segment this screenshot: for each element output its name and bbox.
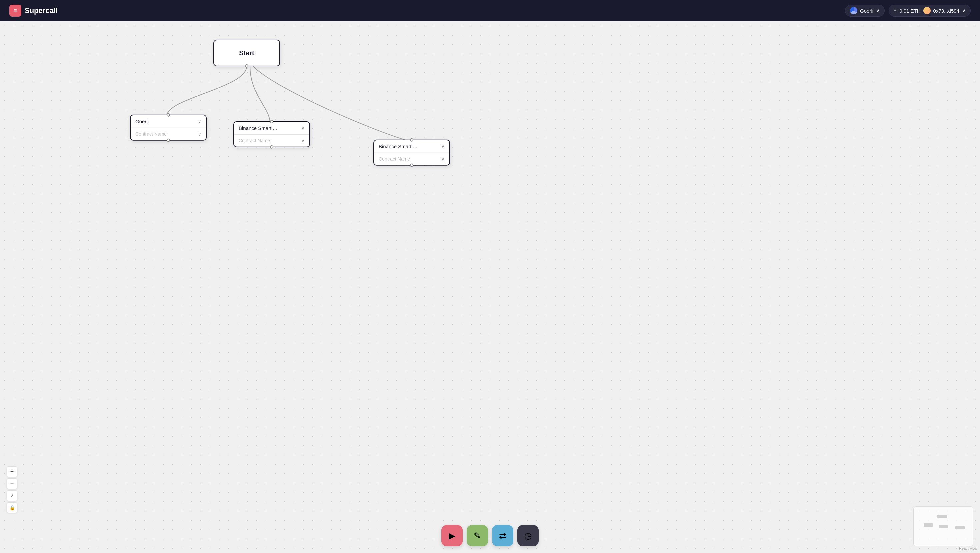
bottom-toolbar: ▶ ✎ ⇄ ◷ bbox=[441, 525, 539, 546]
bsc2-network-label: Binance Smart ... bbox=[379, 144, 417, 149]
mini-map-node2 bbox=[939, 525, 948, 528]
zoom-in-button[interactable]: + bbox=[7, 466, 18, 477]
fit-view-button[interactable]: ⤢ bbox=[7, 490, 18, 501]
header: ≡ Supercall Goerli ∨ Ξ 0.01 ETH 0x73...d… bbox=[0, 0, 980, 21]
play-button[interactable]: ▶ bbox=[441, 525, 463, 546]
zoom-out-button[interactable]: − bbox=[7, 478, 18, 489]
bsc2-contract-placeholder: Contract Name bbox=[379, 156, 410, 162]
react-flow-label: React Flow bbox=[959, 546, 977, 550]
network-label: Goerli bbox=[860, 8, 873, 14]
start-node[interactable]: Start bbox=[213, 40, 280, 66]
logo-icon: ≡ bbox=[10, 5, 21, 17]
bsc1-contract-placeholder: Contract Name bbox=[239, 138, 270, 143]
goerli-contract-chevron: ∨ bbox=[198, 132, 201, 137]
zoom-controls: + − ⤢ 🔒 bbox=[7, 466, 18, 513]
bsc1-bottom-connector bbox=[270, 145, 273, 149]
header-right: Goerli ∨ Ξ 0.01 ETH 0x73...d594 ∨ bbox=[845, 5, 970, 17]
goerli-network-label: Goerli bbox=[135, 119, 149, 124]
bsc2-contract-chevron: ∨ bbox=[441, 157, 445, 162]
start-node-label: Start bbox=[239, 49, 255, 57]
eth-wallet-badge[interactable]: Ξ 0.01 ETH 0x73...d594 ∨ bbox=[889, 5, 970, 17]
wallet-address: 0x73...d594 bbox=[933, 8, 959, 14]
wallet-chevron: ∨ bbox=[962, 8, 966, 14]
share-button[interactable]: ⇄ bbox=[492, 525, 513, 546]
mini-map-node-start bbox=[937, 515, 947, 518]
wallet-avatar-icon bbox=[923, 7, 931, 14]
mini-map-node1 bbox=[924, 523, 933, 527]
bsc2-bottom-connector bbox=[410, 164, 413, 167]
mini-map-node3 bbox=[955, 526, 965, 529]
eth-amount: 0.01 ETH bbox=[899, 8, 920, 14]
goerli-contract-node[interactable]: Goerli ∨ Contract Name ∨ bbox=[130, 114, 207, 141]
bsc2-network-chevron: ∨ bbox=[441, 144, 445, 149]
bsc1-network-select[interactable]: Binance Smart ... ∨ bbox=[234, 122, 309, 135]
goerli-contract-select[interactable]: Contract Name ∨ bbox=[130, 128, 206, 140]
goerli-top-connector bbox=[167, 113, 170, 117]
lock-button[interactable]: 🔒 bbox=[7, 502, 18, 513]
bsc2-contract-node[interactable]: Binance Smart ... ∨ Contract Name ∨ bbox=[373, 140, 450, 165]
mini-map bbox=[913, 506, 973, 546]
network-selector[interactable]: Goerli ∨ bbox=[845, 5, 885, 17]
start-node-bottom-connector bbox=[245, 64, 248, 68]
history-button[interactable]: ◷ bbox=[517, 525, 539, 546]
logo-area: ≡ Supercall bbox=[10, 5, 58, 17]
bsc1-contract-select[interactable]: Contract Name ∨ bbox=[234, 135, 309, 146]
bsc2-network-select[interactable]: Binance Smart ... ∨ bbox=[374, 140, 449, 153]
bsc2-top-connector bbox=[410, 138, 413, 141]
edit-button[interactable]: ✎ bbox=[467, 525, 488, 546]
goerli-contract-placeholder: Contract Name bbox=[135, 131, 167, 137]
network-chevron: ∨ bbox=[876, 8, 880, 14]
goerli-bottom-connector bbox=[167, 138, 170, 142]
goerli-network-chevron: ∨ bbox=[198, 119, 201, 124]
bsc1-top-connector bbox=[270, 120, 273, 123]
bsc1-contract-node[interactable]: Binance Smart ... ∨ Contract Name ∨ bbox=[233, 121, 310, 147]
bsc1-network-chevron: ∨ bbox=[301, 126, 305, 130]
logo-text: Supercall bbox=[25, 6, 58, 15]
flow-canvas[interactable]: Start Goerli ∨ Contract Name ∨ Binance S… bbox=[0, 21, 980, 553]
bsc2-contract-select[interactable]: Contract Name ∨ bbox=[374, 153, 449, 165]
eth-icon: Ξ bbox=[894, 8, 897, 13]
bsc1-network-label: Binance Smart ... bbox=[239, 125, 277, 131]
network-icon bbox=[850, 7, 858, 14]
connections-svg bbox=[0, 21, 980, 553]
goerli-network-select[interactable]: Goerli ∨ bbox=[130, 115, 206, 128]
bsc1-contract-chevron: ∨ bbox=[301, 138, 305, 143]
